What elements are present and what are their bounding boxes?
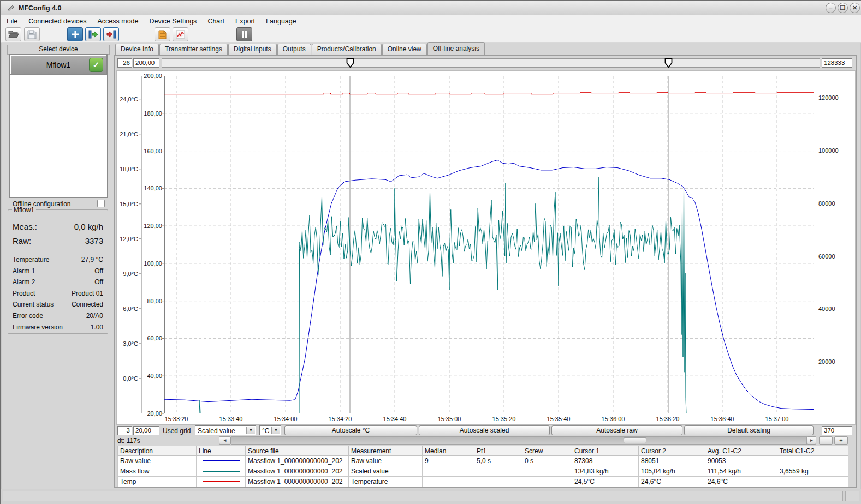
chevron-down-icon[interactable]: ▼ xyxy=(246,427,255,434)
column-header-line[interactable]: Line xyxy=(197,446,246,456)
temp-tick-label: 0,0°C xyxy=(117,375,138,382)
column-header-cursor-1[interactable]: Cursor 1 xyxy=(572,446,639,456)
tab-device-info[interactable]: Device Info xyxy=(115,44,159,55)
unit-value: °C xyxy=(262,427,269,435)
maximize-button[interactable]: ❐ xyxy=(838,3,848,13)
chevron-down-icon[interactable]: ▼ xyxy=(271,427,280,434)
add-device-button[interactable] xyxy=(67,27,83,41)
log-button[interactable] xyxy=(155,27,170,41)
table-row-raw-value[interactable]: Raw valueMassflow 1_000000000000_202Raw … xyxy=(118,456,848,466)
info-row-product: ProductProduct 01 xyxy=(13,290,103,297)
menu-file[interactable]: File xyxy=(1,16,23,27)
unit-select[interactable]: °C ▼ xyxy=(259,425,281,435)
grid-source-select[interactable]: Scaled value ▼ xyxy=(195,425,256,435)
zoom-out-button[interactable]: - xyxy=(819,436,833,445)
time-scrollbar[interactable] xyxy=(231,436,807,445)
column-header-measurement[interactable]: Measurement xyxy=(349,446,423,456)
tab-off-line-analysis[interactable]: Off-line analysis xyxy=(427,42,485,55)
time-tick-label: 15:33:20 xyxy=(161,416,192,422)
menu-chart[interactable]: Chart xyxy=(202,16,230,27)
chart-button[interactable] xyxy=(173,27,188,41)
column-header-total-c1-c2[interactable]: Total C1-C2 xyxy=(777,446,848,456)
temp-tick-label: 6,0°C xyxy=(117,305,138,312)
menu-device-settings[interactable]: Device Settings xyxy=(144,16,203,27)
menu-connected-devices[interactable]: Connected devices xyxy=(23,16,92,27)
table-row-temp[interactable]: TempMassflow 1_000000000000_202Temperatu… xyxy=(118,477,848,487)
series-raw-value xyxy=(164,160,814,410)
device-list[interactable]: Mflow1✓ xyxy=(9,54,108,198)
menu-access-mode[interactable]: Access mode xyxy=(92,16,144,27)
raw-max-field[interactable]: 128333 xyxy=(822,58,852,68)
close-button[interactable]: ✕ xyxy=(850,3,860,13)
cell-description: Temp xyxy=(118,477,197,487)
cursor-1-flag[interactable] xyxy=(346,58,354,68)
window-title: MFConfig 4.0 xyxy=(19,4,61,12)
cell-cursor2: 88051 xyxy=(639,456,705,466)
save-button[interactable] xyxy=(24,27,40,41)
menu-language[interactable]: Language xyxy=(260,16,302,27)
scroll-left-button[interactable]: ◄ xyxy=(219,436,231,445)
info-value: Off xyxy=(94,278,103,286)
table-row-mass-flow[interactable]: Mass flowMassflow 1_000000000000_202Scal… xyxy=(118,466,848,477)
cell-screw xyxy=(522,477,572,487)
tab-digital-inputs[interactable]: Digital inputs xyxy=(228,44,277,55)
device-name: Mflow1 xyxy=(46,61,70,69)
minimize-button[interactable]: – xyxy=(826,3,836,13)
info-value: Off xyxy=(94,267,103,275)
scaled-min-field[interactable]: 20,00 xyxy=(133,426,159,435)
tab-products-calibration[interactable]: Products/Calibration xyxy=(312,44,382,55)
autoscale-scaled-button[interactable]: Autoscale scaled xyxy=(419,425,550,435)
plot[interactable] xyxy=(137,76,814,414)
column-header-pt1[interactable]: Pt1 xyxy=(474,446,522,456)
default-scaling-button[interactable]: Default scaling xyxy=(684,425,814,435)
temp-min-field[interactable]: -3 xyxy=(117,426,132,435)
column-header-median[interactable]: Median xyxy=(423,446,474,456)
cell-avg: 90053 xyxy=(705,456,777,466)
read-from-device-button[interactable] xyxy=(85,27,101,41)
raw-tick-label: 80000 xyxy=(818,200,842,207)
grid-source-value: Scaled value xyxy=(198,427,235,435)
open-file-button[interactable] xyxy=(5,27,21,41)
offline-configuration-checkbox[interactable] xyxy=(97,200,105,207)
write-to-device-button[interactable] xyxy=(103,27,119,41)
zoom-in-button[interactable]: + xyxy=(834,436,848,445)
temp-max-field[interactable]: 26 xyxy=(117,58,132,68)
info-value: 20/A0 xyxy=(86,312,103,320)
temp-tick-label: 21,0°C xyxy=(117,131,138,137)
cursor-2-flag[interactable] xyxy=(664,58,673,68)
time-tick-label: 15:35:40 xyxy=(543,416,574,422)
pause-button[interactable] xyxy=(236,27,252,41)
meas-value: 0,0 kg/h xyxy=(74,222,103,231)
column-header-source-file[interactable]: Source file xyxy=(246,446,349,456)
column-header-description[interactable]: Description xyxy=(118,446,197,456)
cell-source_file: Massflow 1_000000000000_202 xyxy=(246,466,349,477)
cursor-slider-track[interactable] xyxy=(162,58,820,68)
cell-avg: 24,6°C xyxy=(705,477,777,487)
line-chart-icon xyxy=(176,30,185,39)
column-header-avg-c1-c2[interactable]: Avg. C1-C2 xyxy=(705,446,777,456)
cell-measurement: Scaled value xyxy=(349,466,423,477)
resize-grip[interactable] xyxy=(845,491,859,501)
tab-transmitter-settings[interactable]: Transmitter settings xyxy=(159,44,228,55)
time-tick-label: 15:34:40 xyxy=(379,416,410,422)
scroll-right-button[interactable]: ► xyxy=(807,436,816,445)
menu-export[interactable]: Export xyxy=(230,16,260,27)
app-icon xyxy=(7,4,15,13)
device-item-mflow1[interactable]: Mflow1✓ xyxy=(10,55,106,74)
column-header-screw[interactable]: Screw xyxy=(522,446,572,456)
tab-outputs[interactable]: Outputs xyxy=(277,44,311,55)
tab-online-view[interactable]: Online view xyxy=(382,44,427,55)
column-header-cursor-2[interactable]: Cursor 2 xyxy=(639,446,705,456)
info-label: Current status xyxy=(13,301,54,308)
info-label: Alarm 1 xyxy=(13,267,35,275)
device-selected-check-icon[interactable]: ✓ xyxy=(89,58,103,72)
raw-min-field[interactable]: 370 xyxy=(822,426,852,435)
autoscale-raw-button[interactable]: Autoscale raw xyxy=(551,425,682,435)
dt-label: dt: 117s xyxy=(117,437,140,445)
raw-tick-label: 120000 xyxy=(818,94,842,101)
scaled-max-field[interactable]: 200,00 xyxy=(133,58,159,68)
autoscale-temp-button[interactable]: Autoscale °C xyxy=(284,425,417,435)
time-scrollbar-thumb[interactable] xyxy=(624,437,646,443)
series-table: DescriptionLineSource fileMeasurementMed… xyxy=(117,446,848,487)
tab-strip: Device InfoTransmitter settingsDigital i… xyxy=(115,44,485,55)
